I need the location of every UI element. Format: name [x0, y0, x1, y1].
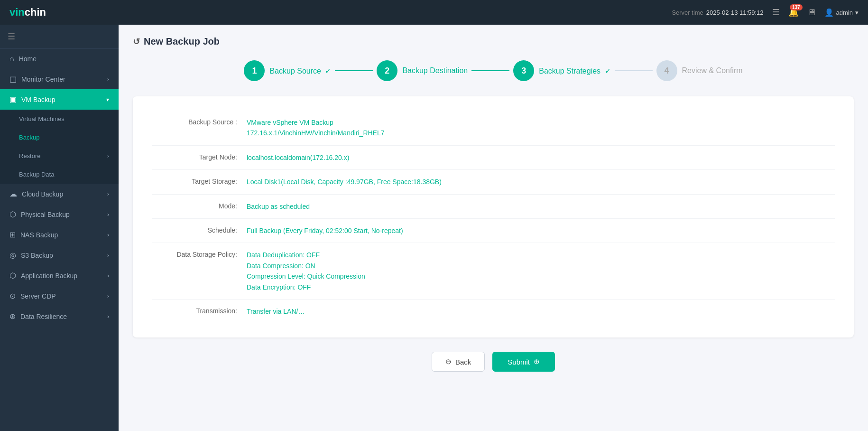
- sidebar-item-cdp-label: Server CDP: [20, 292, 56, 300]
- data-resilience-icon: ⊛: [9, 312, 16, 321]
- step-2-label: Backup Destination: [402, 66, 468, 75]
- submit-button[interactable]: Submit ⊕: [492, 352, 555, 372]
- step-4-num: 4: [665, 66, 669, 76]
- sidebar-item-vm-backup[interactable]: ▣ VM Backup ▾: [0, 89, 119, 110]
- nas-arrow-icon: ›: [107, 232, 109, 238]
- wizard-step-1: 1 Backup Source ✓: [244, 60, 331, 81]
- application-backup-icon: ⬡: [9, 271, 16, 280]
- review-row-target-storage: Target Storage: Local Disk1(Local Disk, …: [152, 170, 835, 194]
- message-icon[interactable]: ☰: [772, 7, 780, 18]
- step-1-check: ✓: [325, 67, 331, 75]
- vm-arrow-icon: ▾: [106, 96, 109, 103]
- sidebar-item-cloud-backup[interactable]: ☁ Cloud Backup ›: [0, 184, 119, 204]
- header-right: Server time 2025-02-13 11:59:12 ☰ 🔔 137 …: [672, 7, 859, 18]
- sidebar-item-physical-backup[interactable]: ⬡ Physical Backup ›: [0, 204, 119, 225]
- monitor-icon[interactable]: 🖥: [807, 8, 816, 18]
- back-label: Back: [455, 358, 471, 366]
- resilience-arrow-icon: ›: [107, 313, 109, 320]
- review-row-schedule: Schedule: Full Backup (Every Friday, 02:…: [152, 219, 835, 243]
- page-refresh-icon[interactable]: ↺: [133, 37, 140, 47]
- user-dropdown-icon: ▾: [855, 9, 859, 16]
- wizard-step-2: 2 Backup Destination: [377, 60, 468, 81]
- sidebar-sub-backup[interactable]: Backup: [0, 128, 119, 147]
- sidebar-item-server-cdp[interactable]: ⊙ Server CDP ›: [0, 286, 119, 306]
- review-label-mode: Mode:: [152, 201, 247, 210]
- review-value-transmission: Transfer via LAN/…: [247, 306, 835, 317]
- sidebar-toggle[interactable]: ☰: [0, 25, 119, 49]
- sidebar-item-nas-backup[interactable]: ⊞ NAS Backup ›: [0, 225, 119, 245]
- wizard-step-3: 3 Backup Strategies ✓: [513, 60, 610, 81]
- sidebar-sub-virtual-machines[interactable]: Virtual Machines: [0, 110, 119, 128]
- user-info[interactable]: 👤 admin ▾: [824, 8, 859, 17]
- server-time-value: 2025-02-13 11:59:12: [706, 9, 764, 16]
- sidebar-sub-restore[interactable]: Restore ›: [0, 147, 119, 165]
- server-cdp-icon: ⊙: [9, 291, 16, 300]
- sidebar-item-s3-label: S3 Backup: [21, 252, 53, 259]
- cloud-arrow-icon: ›: [107, 191, 109, 197]
- header: vinchin Server time 2025-02-13 11:59:12 …: [0, 0, 868, 25]
- sidebar-sub-backup-data[interactable]: Backup Data: [0, 165, 119, 184]
- back-icon: ⊖: [445, 357, 452, 366]
- sidebar-item-nas-label: NAS Backup: [20, 231, 58, 239]
- back-button[interactable]: ⊖ Back: [432, 352, 485, 372]
- backup-data-label: Backup Data: [19, 171, 54, 178]
- submit-label: Submit: [508, 358, 530, 366]
- step-arrow-2-3: [471, 70, 509, 71]
- bottom-actions: ⊖ Back Submit ⊕: [133, 352, 854, 372]
- logo-chin: chin: [25, 6, 46, 18]
- sidebar-sub-vm: Virtual Machines Backup Restore › Backup…: [0, 110, 119, 184]
- main-layout: ☰ ⌂ Home ◫ Monitor Center › ▣ VM Backup …: [0, 25, 868, 431]
- cdp-arrow-icon: ›: [107, 293, 109, 300]
- step-arrow-3-4: [615, 70, 653, 71]
- server-time: Server time 2025-02-13 11:59:12: [672, 9, 763, 16]
- sidebar-item-data-resilience[interactable]: ⊛ Data Resilience ›: [0, 306, 119, 327]
- sidebar-item-physical-label: Physical Backup: [21, 211, 70, 218]
- user-label: admin: [836, 9, 853, 16]
- sidebar-item-cloud-label: Cloud Backup: [22, 190, 63, 198]
- sidebar-item-application-backup[interactable]: ⬡ Application Backup ›: [0, 265, 119, 286]
- page-title-text: New Backup Job: [144, 36, 220, 47]
- review-row-data-storage: Data Storage Policy: Data Deduplication:…: [152, 243, 835, 300]
- logo: vinchin: [9, 6, 46, 19]
- home-icon: ⌂: [9, 55, 14, 63]
- wizard-step-4: 4 Review & Confirm: [656, 60, 743, 81]
- sidebar-item-home[interactable]: ⌂ Home: [0, 49, 119, 69]
- step-3-check: ✓: [605, 67, 611, 75]
- review-card: Backup Source : VMware vSphere VM Backup…: [133, 96, 854, 337]
- vm-backup-icon: ▣: [9, 95, 17, 104]
- s3-arrow-icon: ›: [107, 252, 109, 259]
- cloud-backup-icon: ☁: [9, 189, 17, 198]
- physical-backup-icon: ⬡: [9, 210, 16, 219]
- nas-backup-icon: ⊞: [9, 230, 16, 239]
- review-label-target-node: Target Node:: [152, 152, 247, 161]
- step-1-label: Backup Source ✓: [269, 66, 331, 75]
- monitor-arrow-icon: ›: [107, 76, 109, 83]
- sidebar-item-monitor-label: Monitor Center: [21, 75, 65, 83]
- review-label-target-storage: Target Storage:: [152, 177, 247, 185]
- review-value-schedule: Full Backup (Every Friday, 02:52:00 Star…: [247, 225, 835, 236]
- step-4-circle: 4: [656, 60, 677, 81]
- page-title: ↺ New Backup Job: [133, 36, 854, 47]
- step-3-num: 3: [521, 66, 526, 76]
- sidebar-item-monitor-center[interactable]: ◫ Monitor Center ›: [0, 69, 119, 89]
- step-1-circle: 1: [244, 60, 265, 81]
- sidebar-item-home-label: Home: [19, 55, 37, 63]
- sidebar-item-s3-backup[interactable]: ◎ S3 Backup ›: [0, 245, 119, 265]
- review-label-transmission: Transmission:: [152, 306, 247, 315]
- sidebar-item-app-label: Application Backup: [21, 272, 77, 280]
- review-row-target-node: Target Node: localhost.localdomain(172.1…: [152, 146, 835, 170]
- step-4-label: Review & Confirm: [682, 66, 743, 75]
- submit-icon: ⊕: [534, 357, 540, 366]
- restore-label: Restore: [19, 152, 41, 159]
- step-3-label: Backup Strategies ✓: [539, 66, 610, 75]
- notification-badge: 137: [790, 4, 803, 10]
- step-2-circle: 2: [377, 60, 397, 81]
- step-1-num: 1: [252, 66, 257, 76]
- content-area: ↺ New Backup Job 1 Backup Source ✓ 2: [119, 25, 868, 431]
- restore-arrow-icon: ›: [107, 153, 109, 159]
- review-row-backup-source: Backup Source : VMware vSphere VM Backup…: [152, 111, 835, 146]
- physical-arrow-icon: ›: [107, 211, 109, 218]
- backup-label: Backup: [19, 134, 39, 141]
- review-row-mode: Mode: Backup as scheduled: [152, 195, 835, 219]
- review-row-transmission: Transmission: Transfer via LAN/…: [152, 300, 835, 323]
